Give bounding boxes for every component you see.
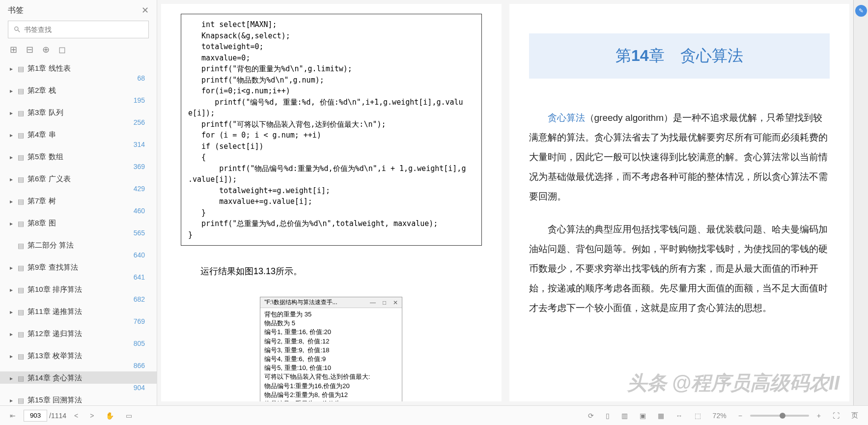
view-facing-icon[interactable]: ▣ — [636, 410, 650, 422]
bookmark-icon: ▤ — [18, 286, 25, 294]
prev-page-button[interactable]: < — [70, 410, 82, 422]
view-continuous-icon[interactable]: ▥ — [617, 410, 632, 422]
bookmark-label: 第12章 递归算法 — [28, 329, 149, 339]
bookmark-item[interactable]: ▸▤第4章 串 — [0, 128, 157, 141]
bookmark-search[interactable] — [8, 21, 149, 38]
search-input[interactable] — [24, 26, 143, 33]
bookmark-label: 第6章 广义表 — [28, 174, 149, 184]
bookmark-item[interactable]: ▸▤第3章 队列 — [0, 106, 157, 118]
bookmark-icon: ▤ — [18, 87, 25, 95]
assist-badge-icon[interactable]: ✎ — [855, 5, 867, 17]
expand-arrow-icon[interactable]: ▸ — [10, 375, 16, 382]
bookmark-page: 866 — [0, 362, 157, 371]
page-unit-label: 页 — [847, 409, 862, 422]
bookmark-label: 第13章 枚举算法 — [28, 351, 149, 361]
bookmark-icon: ▤ — [18, 308, 25, 316]
expand-arrow-icon[interactable]: ▸ — [10, 220, 16, 227]
fullscreen-icon[interactable]: ⛶ — [829, 410, 843, 422]
bookmark-page: 641 — [0, 273, 157, 283]
bookmark-item[interactable]: ▸▤第7章 树 — [0, 195, 157, 207]
expand-arrow-icon[interactable]: ▸ — [10, 397, 16, 404]
bookmark-item[interactable]: ▸▤第14章 贪心算法 — [0, 371, 157, 384]
bookmark-icon: ▤ — [18, 65, 25, 73]
expand-arrow-icon[interactable]: ▸ — [10, 65, 16, 72]
zoom-value[interactable]: 72% — [709, 410, 730, 422]
paragraph-1: 贪心算法（greedy algorithm）是一种不追求最优解，只希望找到较满意… — [529, 108, 830, 206]
expand-arrow-icon[interactable]: ▸ — [10, 198, 16, 205]
code-block: int select[MAXN]; Knapsack(&g,select); t… — [181, 14, 482, 246]
bookmark-page: 314 — [0, 141, 157, 150]
bookmark-list: ▸▤第1章 线性表68▸▤第2章 栈195▸▤第3章 队列256▸▤第4章 串3… — [0, 60, 157, 405]
view-single-icon[interactable]: ▯ — [602, 410, 614, 422]
bookmark-label: 第5章 数组 — [28, 152, 149, 162]
hand-tool-icon[interactable]: ✋ — [102, 410, 118, 422]
page-right: 第14章 贪心算法 贪心算法（greedy algorithm）是一种不追求最优… — [509, 4, 850, 401]
bookmark-item[interactable]: ▸▤第5章 数组 — [0, 150, 157, 163]
bookmark-item[interactable]: ▸▤第9章 查找算法 — [0, 261, 157, 273]
collapse-all-icon[interactable]: ⊟ — [26, 44, 33, 55]
fit-width-icon[interactable]: ↔ — [672, 410, 687, 422]
bookmark-label: 第1章 线性表 — [28, 64, 149, 73]
first-page-button[interactable]: ⇤ — [6, 410, 20, 422]
bookmark-item[interactable]: ▸▤第15章 回溯算法 — [0, 394, 157, 405]
expand-arrow-icon[interactable]: ▸ — [10, 264, 16, 271]
expand-arrow-icon[interactable]: ▸ — [10, 154, 16, 161]
bookmark-icon: ▤ — [18, 220, 25, 227]
expand-arrow-icon[interactable]: ▸ — [10, 331, 16, 338]
paragraph-2: 贪心算法的典型应用包括找零钱问题、最优装载问题、哈夫曼编码加油站问题、背包问题等… — [529, 220, 830, 317]
add-bookmark-icon[interactable]: ⊕ — [42, 44, 50, 55]
minimize-icon: — — [370, 299, 376, 306]
bookmark-item[interactable]: ▸▤第10章 排序算法 — [0, 283, 157, 295]
right-rail: ✎ — [853, 0, 868, 405]
expand-arrow-icon[interactable]: ▸ — [10, 132, 16, 139]
fit-page-icon[interactable]: ⬚ — [691, 410, 705, 422]
view-cover-icon[interactable]: ▦ — [654, 410, 668, 422]
bookmark-item[interactable]: ▸▤第8章 图 — [0, 217, 157, 229]
zoom-in-button[interactable]: + — [813, 410, 825, 422]
page-total: /1114 — [49, 412, 66, 420]
expand-arrow-icon[interactable]: ▸ — [10, 87, 16, 94]
console-window: "F:\数据结构与算法速查手... — □ ✕ 背包的重量为 35 物品数为 5… — [260, 297, 402, 401]
bookmark-icon: ▤ — [18, 374, 25, 382]
close-sidebar-icon[interactable]: ✕ — [141, 5, 149, 16]
bookmark-icon: ▤ — [18, 153, 25, 161]
bookmark-label: 第10章 排序算法 — [28, 285, 149, 294]
bookmark-page: 904 — [0, 384, 157, 394]
expand-all-icon[interactable]: ⊞ — [10, 44, 17, 55]
page-input[interactable] — [24, 410, 47, 422]
bookmark-page: 369 — [0, 163, 157, 172]
bookmark-item[interactable]: ▸▤第6章 广义表 — [0, 172, 157, 185]
bookmark-label: 第4章 串 — [28, 130, 149, 140]
bookmark-ribbon-icon[interactable]: ◻ — [58, 44, 66, 55]
bookmark-icon: ▤ — [18, 109, 25, 117]
bookmark-item[interactable]: ▸▤第1章 线性表 — [0, 62, 157, 74]
expand-arrow-icon[interactable]: ▸ — [10, 353, 16, 360]
bookmark-item[interactable]: ▸▤第2章 栈 — [0, 84, 157, 96]
expand-arrow-icon[interactable]: ▸ — [10, 110, 16, 116]
bookmark-label: 第8章 图 — [28, 219, 149, 228]
close-icon: ✕ — [393, 299, 398, 306]
rotate-icon[interactable]: ⟳ — [584, 410, 598, 422]
expand-arrow-icon[interactable]: ▸ — [10, 309, 16, 315]
bookmark-icon: ▤ — [18, 175, 25, 183]
bookmark-page: 460 — [0, 207, 157, 217]
bookmark-label: 第15章 回溯算法 — [28, 396, 149, 405]
bookmark-label: 第7章 树 — [28, 197, 149, 206]
select-tool-icon[interactable]: ▭ — [122, 410, 136, 422]
bookmark-label: 第9章 查找算法 — [28, 263, 149, 272]
bookmark-item[interactable]: ▸▤第11章 递推算法 — [0, 305, 157, 317]
next-page-button[interactable]: > — [86, 410, 98, 422]
bookmark-item[interactable]: ▤第二部分 算法 — [0, 239, 157, 251]
expand-arrow-icon[interactable]: ▸ — [10, 176, 16, 183]
bookmark-page: 640 — [0, 251, 157, 261]
bookmark-page: 682 — [0, 295, 157, 305]
bookmark-item[interactable]: ▸▤第13章 枚举算法 — [0, 349, 157, 362]
bookmark-icon: ▤ — [18, 242, 25, 250]
bookmark-item[interactable]: ▸▤第12章 递归算法 — [0, 327, 157, 340]
chapter-title: 第14章 贪心算法 — [529, 33, 830, 79]
zoom-slider[interactable] — [750, 415, 809, 417]
bookmarks-sidebar: 书签 ✕ ⊞ ⊟ ⊕ ◻ ▸▤第1章 线性表68▸▤第2章 栈195▸▤第3章 … — [0, 0, 157, 405]
search-icon — [13, 26, 21, 33]
expand-arrow-icon[interactable]: ▸ — [10, 286, 16, 293]
zoom-out-button[interactable]: − — [734, 410, 746, 422]
